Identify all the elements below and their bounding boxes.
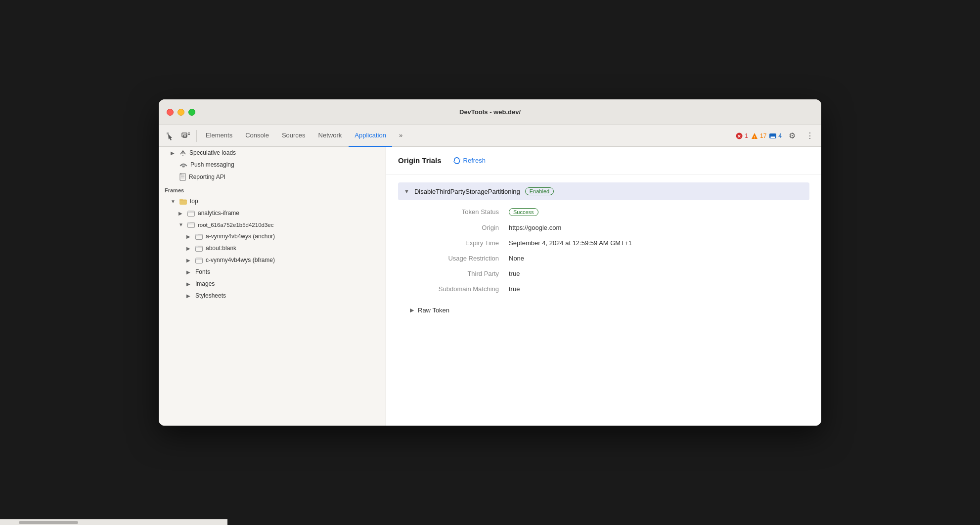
trial-container: ▼ DisableThirdPartyStoragePartitioning E… <box>386 175 821 328</box>
success-badge: Success <box>509 208 538 216</box>
origin-value: https://google.com <box>509 224 798 231</box>
svg-rect-5 <box>183 135 186 137</box>
refresh-icon <box>453 157 460 164</box>
settings-button[interactable]: ⚙ <box>785 129 800 143</box>
expanded-icon: ▼ <box>178 222 184 227</box>
tab-console[interactable]: Console <box>239 125 275 147</box>
collapsed-icon: ▶ <box>186 293 192 299</box>
collapsed-icon: ▶ <box>186 234 192 239</box>
window-title: DevTools - web.dev/ <box>459 108 521 116</box>
devtools-toolbar: Elements Console Sources Network Applica… <box>159 125 821 147</box>
selector-icon <box>166 131 175 140</box>
sidebar-item-analytics-iframe[interactable]: ▶ analytics-iframe <box>159 207 386 219</box>
sidebar-item-push-messaging[interactable]: Push messaging <box>159 159 386 171</box>
token-status-value: Success <box>509 208 798 216</box>
info-count[interactable]: ▬ 4 <box>769 132 782 139</box>
sidebar-item-images[interactable]: ▶ Images <box>159 278 386 290</box>
folder-analytics-icon <box>187 210 195 217</box>
expanded-icon: ▼ <box>171 199 177 204</box>
detail-row-usage-restriction: Usage Restriction None <box>410 251 798 266</box>
tab-application[interactable]: Application <box>349 125 392 147</box>
sidebar-item-root-frame[interactable]: ▼ root_616a752e1b5d4210d3ec <box>159 219 386 230</box>
selector-tool-button[interactable] <box>163 129 178 143</box>
detail-row-expiry: Expiry Time September 4, 2024 at 12:59:5… <box>410 235 798 251</box>
sidebar-item-fonts[interactable]: ▶ Fonts <box>159 266 386 278</box>
warning-count[interactable]: ! 17 <box>751 132 766 139</box>
svg-rect-30 <box>196 258 199 260</box>
folder-c-icon <box>195 257 203 263</box>
collapsed-icon: ▶ <box>186 269 192 275</box>
maximize-button[interactable] <box>188 109 195 116</box>
tab-more[interactable]: » <box>393 125 408 147</box>
toolbar-divider-1 <box>196 130 197 142</box>
collapsed-icon: ▶ <box>186 246 192 251</box>
devtools-window: DevTools - web.dev/ Elements <box>159 99 821 426</box>
reporting-api-icon <box>179 173 186 181</box>
sidebar-item-speculative-loads[interactable]: ▶ Speculative loads <box>159 147 386 159</box>
svg-text:▬: ▬ <box>771 133 775 138</box>
device-icon <box>181 131 190 140</box>
svg-rect-0 <box>167 132 168 133</box>
sidebar-item-about-blank[interactable]: ▶ about:blank <box>159 242 386 254</box>
refresh-button[interactable]: Refresh <box>449 155 490 166</box>
tab-elements[interactable]: Elements <box>200 125 238 147</box>
device-toolbar-button[interactable] <box>178 129 193 143</box>
svg-rect-2 <box>167 133 168 134</box>
expiry-value: September 4, 2024 at 12:59:59 AM GMT+1 <box>509 239 798 247</box>
panel-title: Origin Trials <box>398 156 442 165</box>
warning-icon: ! <box>751 132 758 139</box>
frames-section-header: Frames <box>159 183 386 195</box>
detail-row-third-party: Third Party true <box>410 266 798 281</box>
panel-header: Origin Trials Refresh <box>386 147 821 175</box>
detail-row-subdomain-matching: Subdomain Matching true <box>410 281 798 297</box>
tab-network[interactable]: Network <box>312 125 348 147</box>
svg-rect-22 <box>188 211 191 213</box>
svg-rect-1 <box>168 132 169 133</box>
speculative-loads-icon <box>179 149 186 156</box>
raw-token-collapse-icon: ▶ <box>410 307 414 313</box>
push-messaging-icon <box>179 161 187 168</box>
origin-label: Origin <box>410 224 509 231</box>
detail-row-token-status: Token Status Success <box>410 204 798 220</box>
main-panel: Origin Trials Refresh ▼ DisableThirdPa <box>386 147 821 426</box>
raw-token-section: ▶ Raw Token <box>398 301 809 320</box>
sidebar-item-reporting-api[interactable]: Reporting API <box>159 171 386 183</box>
trial-collapse-icon: ▼ <box>404 188 409 194</box>
svg-rect-26 <box>196 234 199 236</box>
main-content: ▶ Speculative loads Push messaging <box>159 147 821 426</box>
raw-token-label: Raw Token <box>418 306 449 314</box>
folder-a-icon <box>195 233 203 240</box>
enabled-badge: Enabled <box>525 187 554 195</box>
third-party-label: Third Party <box>410 270 509 277</box>
traffic-lights <box>167 109 195 116</box>
detail-row-origin: Origin https://google.com <box>410 220 798 235</box>
error-icon: ✕ <box>736 132 743 139</box>
sidebar-item-c-vynmy4vb4wys[interactable]: ▶ c-vynmy4vb4wys (bframe) <box>159 254 386 266</box>
trial-header[interactable]: ▼ DisableThirdPartyStoragePartitioning E… <box>398 182 809 200</box>
sidebar-item-stylesheets[interactable]: ▶ Stylesheets <box>159 290 386 302</box>
error-count[interactable]: ✕ 1 <box>736 132 748 139</box>
subdomain-value: true <box>509 285 798 293</box>
sidebar-item-a-vynmy4vb4wys[interactable]: ▶ a-vynmy4vb4wys (anchor) <box>159 230 386 242</box>
sidebar-item-top[interactable]: ▼ top <box>159 195 386 207</box>
raw-token-header[interactable]: ▶ Raw Token <box>410 306 798 314</box>
svg-rect-24 <box>188 222 191 224</box>
sidebar: ▶ Speculative loads Push messaging <box>159 147 386 426</box>
minimize-button[interactable] <box>178 109 184 116</box>
close-button[interactable] <box>167 109 174 116</box>
expiry-label: Expiry Time <box>410 239 509 247</box>
titlebar: DevTools - web.dev/ <box>159 99 821 125</box>
tab-sources[interactable]: Sources <box>276 125 312 147</box>
collapsed-icon: ▶ <box>186 258 192 263</box>
third-party-value: true <box>509 270 798 277</box>
folder-top-icon <box>179 198 187 205</box>
toolbar-right: ✕ 1 ! 17 ▬ 4 ⚙ ⋮ <box>736 129 817 143</box>
info-icon: ▬ <box>769 133 776 139</box>
usage-restriction-value: None <box>509 255 798 262</box>
more-options-button[interactable]: ⋮ <box>802 129 817 143</box>
trial-details: Token Status Success Origin https://goog… <box>398 200 809 301</box>
svg-rect-16 <box>182 166 185 167</box>
token-status-label: Token Status <box>410 208 509 216</box>
trial-name: DisableThirdPartyStoragePartitioning <box>414 188 520 195</box>
svg-text:!: ! <box>754 134 756 139</box>
